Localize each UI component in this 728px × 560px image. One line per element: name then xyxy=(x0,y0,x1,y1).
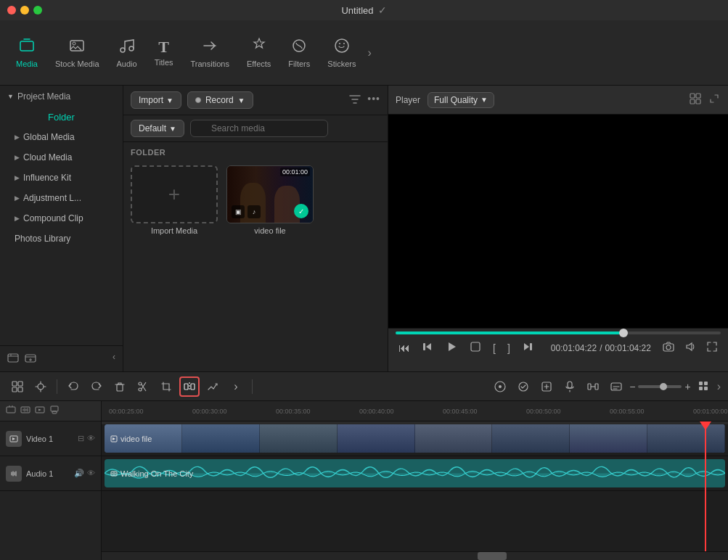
toolbar-item-stock-media[interactable]: Stock Media xyxy=(46,31,108,74)
quality-select[interactable]: Full Quality ▼ xyxy=(428,92,494,108)
audio-track[interactable]: Walking On The City xyxy=(102,456,728,491)
toolbar-item-transitions[interactable]: Transitions xyxy=(182,31,238,74)
ruler-mark-4: 00:00:40:00 xyxy=(359,408,394,415)
timeline-scrollbar[interactable] xyxy=(102,551,728,560)
minimize-button[interactable] xyxy=(20,6,29,15)
sidebar-collapse-button[interactable]: ‹ xyxy=(113,352,115,366)
video-file-item[interactable]: 00:01:00 ✓ ▣ ♪ video file xyxy=(226,165,314,235)
player-play-button[interactable] xyxy=(442,339,461,358)
svg-rect-9 xyxy=(8,354,18,362)
more-options-icon[interactable]: ••• xyxy=(367,93,380,108)
svg-point-6 xyxy=(335,39,348,52)
import-button[interactable]: Import ▼ xyxy=(131,91,181,109)
tl-split-button active-red[interactable] xyxy=(179,376,200,397)
zoom-in-icon[interactable]: + xyxy=(684,381,690,392)
tl-crop-button[interactable] xyxy=(156,376,176,397)
toolbar-item-titles[interactable]: T Titles xyxy=(146,33,182,73)
stickers-icon xyxy=(333,37,351,57)
sidebar-item-influence-kit[interactable]: ▶ Influence Kit xyxy=(0,168,123,188)
zoom-out-icon[interactable]: − xyxy=(629,381,635,392)
svg-rect-34 xyxy=(568,382,572,388)
add-folder-icon[interactable] xyxy=(25,352,36,366)
audio-track-visibility-icon[interactable]: 👁 xyxy=(87,469,95,478)
maximize-button[interactable] xyxy=(33,6,42,15)
tl-subtitle-button[interactable] xyxy=(606,376,626,397)
window-controls[interactable] xyxy=(7,6,42,15)
record-button[interactable]: Record ▼ xyxy=(187,91,253,109)
player-crop-button[interactable] xyxy=(467,339,484,357)
tl-layout-button[interactable] xyxy=(7,376,28,397)
sidebar-item-photos-library[interactable]: Photos Library xyxy=(0,228,123,249)
add-track-icon[interactable] xyxy=(6,405,16,417)
scrollbar-thumb[interactable] xyxy=(478,552,507,560)
toolbar-item-filters[interactable]: Filters xyxy=(279,31,319,74)
tl-loop-button[interactable] xyxy=(490,376,510,397)
sidebar-item-cloud-media[interactable]: ▶ Cloud Media xyxy=(0,147,123,168)
folder-label: Folder xyxy=(48,112,75,123)
video-clip[interactable]: video file xyxy=(105,424,725,453)
add-media-icon[interactable] xyxy=(35,405,45,417)
sidebar-item-adjustment[interactable]: ▶ Adjustment L... xyxy=(0,188,123,208)
video-track-lock-icon[interactable]: ⊟ xyxy=(78,434,84,443)
filter-icon[interactable] xyxy=(348,93,361,108)
ruler-mark-7: 00:00:55:00 xyxy=(610,408,645,415)
video-track-icon xyxy=(6,431,22,447)
grid-view-icon[interactable] xyxy=(689,92,702,108)
player-mark-in-button[interactable]: [ xyxy=(490,341,499,355)
player-prev-frame-button[interactable] xyxy=(419,339,436,357)
svg-rect-15 xyxy=(423,343,425,350)
player-mark-out-button[interactable]: ] xyxy=(504,341,513,355)
audio-track-volume-icon[interactable]: 🔊 xyxy=(74,469,84,478)
player-forward-button[interactable] xyxy=(519,339,542,357)
player-snapshot-button[interactable] xyxy=(660,339,677,357)
tl-more-right-icon[interactable]: › xyxy=(717,380,721,393)
sidebar-collapse-arrow[interactable]: ▼ xyxy=(7,93,14,100)
player-back-button[interactable]: ⏮ xyxy=(396,340,413,356)
sidebar-header-label: Project Media xyxy=(17,91,70,102)
tl-group-button[interactable] xyxy=(583,376,603,397)
player-progress[interactable] xyxy=(396,332,721,334)
default-button[interactable]: Default ▼ xyxy=(131,120,184,137)
tl-more-button[interactable]: › xyxy=(226,376,246,397)
stickers-label: Stickers xyxy=(327,59,356,68)
close-button[interactable] xyxy=(7,6,16,15)
tl-clip-button[interactable] xyxy=(536,376,557,397)
import-media-item[interactable]: + Import Media xyxy=(131,165,218,235)
toolbar-item-media[interactable]: Media xyxy=(7,31,46,74)
svg-rect-20 xyxy=(12,382,17,386)
tl-speed-button[interactable] xyxy=(203,376,223,397)
video-clip-name: video file xyxy=(120,435,152,443)
tl-settings-button[interactable] xyxy=(513,376,533,397)
toolbar-item-stickers[interactable]: Stickers xyxy=(319,31,364,74)
toolbar-item-audio[interactable]: Audio xyxy=(108,31,146,74)
sidebar-folder-item[interactable]: Folder xyxy=(0,107,123,127)
tl-snap-button[interactable] xyxy=(30,376,51,397)
tl-mic-button[interactable] xyxy=(560,376,580,397)
player-fullscreen-button[interactable] xyxy=(703,339,721,357)
tl-delete-button[interactable] xyxy=(110,376,130,397)
zoom-control[interactable]: − + xyxy=(629,381,690,392)
timeline-ruler[interactable]: 00:00:25:00 00:00:30:00 00:00:35:00 00:0… xyxy=(102,401,728,421)
expand-icon[interactable] xyxy=(708,92,721,108)
zoom-slider[interactable] xyxy=(638,385,682,388)
toolbar-more-icon[interactable]: › xyxy=(367,46,371,59)
video-track[interactable]: video file xyxy=(102,421,728,456)
player-volume-button[interactable] xyxy=(682,339,699,357)
new-folder-icon[interactable] xyxy=(7,352,19,366)
sidebar-item-global-media[interactable]: ▶ Global Media xyxy=(0,127,123,147)
search-input[interactable] xyxy=(190,120,328,137)
video-track-visibility-icon[interactable]: 👁 xyxy=(87,434,95,443)
tl-undo-button[interactable] xyxy=(63,376,83,397)
svg-point-3 xyxy=(120,48,125,52)
chevron-down-icon: ▼ xyxy=(238,96,245,104)
tl-grid-button[interactable] xyxy=(694,376,714,397)
sidebar-header[interactable]: ▼ Project Media xyxy=(0,86,123,107)
toolbar-item-effects[interactable]: Effects xyxy=(238,31,279,74)
tl-cut-button[interactable] xyxy=(133,376,153,397)
add-audio-icon[interactable] xyxy=(20,405,30,417)
tl-redo-button[interactable] xyxy=(86,376,107,397)
add-overlay-icon[interactable] xyxy=(49,405,60,417)
audio-clip[interactable]: Walking On The City xyxy=(105,459,725,487)
audio-track-icon xyxy=(6,466,22,482)
sidebar-item-compound-clip[interactable]: ▶ Compound Clip xyxy=(0,208,123,228)
